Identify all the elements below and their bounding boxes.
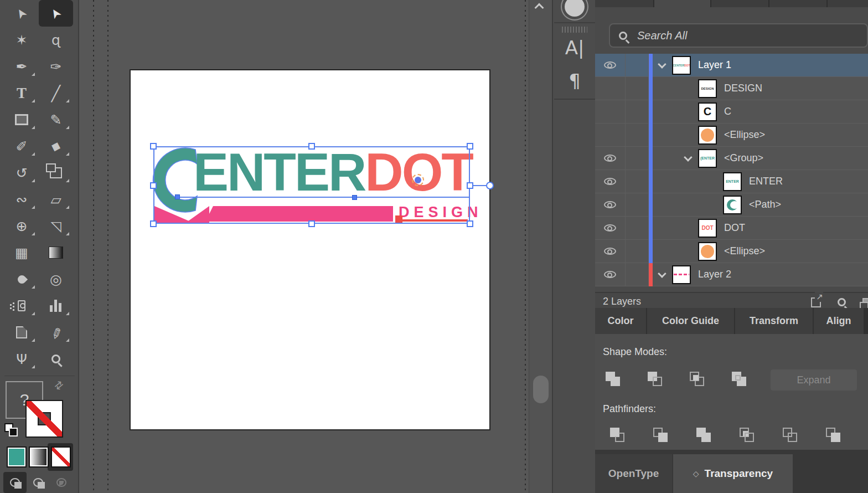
visibility-cell[interactable] <box>595 170 626 193</box>
curvature-tool[interactable]: ✑ <box>39 53 73 80</box>
collect-for-export-icon[interactable] <box>811 297 821 307</box>
apply-gradient-button[interactable] <box>29 446 49 468</box>
layer-thumbnail[interactable]: ENTER <box>723 172 742 191</box>
selection-handle[interactable] <box>467 182 473 189</box>
panel-tab-stub-0[interactable] <box>595 0 653 8</box>
canvas-area[interactable]: ENTERDOT DESIGN <box>79 0 529 493</box>
visibility-cell[interactable] <box>595 217 626 239</box>
panel-tab-stub-4[interactable] <box>828 0 868 8</box>
zoom-tool[interactable] <box>39 346 73 372</box>
layers-search-input[interactable]: Search All <box>609 23 868 48</box>
visibility-cell[interactable] <box>595 54 626 76</box>
character-panel-icon[interactable]: A| <box>553 37 596 59</box>
type-tool[interactable]: T <box>4 80 39 106</box>
visibility-cell[interactable] <box>595 100 626 123</box>
layer-thumbnail[interactable] <box>672 265 691 284</box>
layer-row[interactable]: ENTERENTER <box>595 170 868 193</box>
layer-thumbnail[interactable]: DESIGN <box>698 79 717 98</box>
path-anchor-point[interactable] <box>175 194 180 199</box>
layer-row[interactable]: Layer 2 <box>595 263 868 286</box>
lock-cell[interactable] <box>626 193 649 216</box>
line-segment-tool[interactable]: ╱ <box>39 80 73 106</box>
selection-handle[interactable] <box>150 220 157 227</box>
layer-row[interactable]: DESIGNDESIGN <box>595 77 868 100</box>
lock-cell[interactable] <box>626 263 649 286</box>
pathfinder-trim-button[interactable] <box>652 425 671 445</box>
path-anchor-point[interactable] <box>352 195 357 200</box>
eraser-tool[interactable]: ◆ <box>39 133 73 160</box>
magic-wand-tool[interactable]: ✶ <box>4 27 39 53</box>
locate-object-icon[interactable] <box>838 298 846 306</box>
selection-handle[interactable] <box>150 182 157 189</box>
selection-handle[interactable] <box>467 143 473 150</box>
layer-row[interactable]: <Path> <box>595 193 868 217</box>
lock-cell[interactable] <box>626 217 649 239</box>
default-fill-stroke-icon[interactable] <box>4 423 20 439</box>
draw-normal-button[interactable] <box>3 472 27 493</box>
layer-row[interactable]: CC <box>595 100 868 124</box>
layer-row[interactable]: <Ellipse> <box>595 124 868 147</box>
hand-tool[interactable]: Ψ <box>4 346 39 372</box>
visibility-cell[interactable] <box>595 147 626 170</box>
paintbrush-tool[interactable]: ✎ <box>39 106 73 133</box>
tab-color[interactable]: Color <box>595 308 646 334</box>
paragraph-panel-icon[interactable]: ¶ <box>553 70 596 92</box>
layer-row[interactable]: (ENTER<Group> <box>595 147 868 170</box>
selected-path-edge[interactable] <box>177 197 470 198</box>
shape-mode-unite-button[interactable] <box>604 369 624 389</box>
visibility-cell[interactable] <box>595 240 626 263</box>
rectangle-tool[interactable] <box>4 106 39 133</box>
shaper-tool[interactable]: ✐ <box>4 133 39 160</box>
width-tool[interactable]: ∾ <box>4 186 39 213</box>
eye-icon[interactable] <box>604 178 616 185</box>
shape-mode-exclude-button[interactable] <box>730 369 750 389</box>
eye-icon[interactable] <box>604 224 616 232</box>
free-transform-tool[interactable]: ▱ <box>39 186 73 213</box>
selection-handle[interactable] <box>467 220 473 227</box>
layer-thumbnail[interactable]: CENTERDOT <box>672 56 691 75</box>
scale-tool[interactable] <box>39 160 73 186</box>
dock-grip[interactable] <box>562 27 587 33</box>
visibility-cell[interactable] <box>595 193 626 216</box>
lock-cell[interactable] <box>626 147 649 170</box>
slice-tool[interactable]: ✐ <box>39 319 73 346</box>
shape-mode-minus-front-button[interactable] <box>646 369 666 389</box>
layer-thumbnail[interactable] <box>698 126 717 145</box>
artboard-tool[interactable] <box>4 319 39 346</box>
panel-tab-stub-2[interactable] <box>711 0 768 8</box>
layer-row[interactable]: <Ellipse> <box>595 240 868 263</box>
visibility-cell[interactable] <box>595 77 626 100</box>
tab-opentype[interactable]: OpenType <box>595 454 672 493</box>
selection-handle[interactable] <box>150 143 157 150</box>
eye-icon[interactable] <box>604 61 616 69</box>
apply-color-button[interactable] <box>7 446 27 468</box>
tab-transform[interactable]: Transform <box>735 308 813 334</box>
rotate-tool[interactable]: ↺ <box>4 160 39 186</box>
tab-align[interactable]: Align <box>814 308 864 334</box>
layer-thumbnail[interactable]: DOT <box>698 219 717 238</box>
symbol-sprayer-tool[interactable] <box>4 292 39 319</box>
lock-cell[interactable] <box>626 124 649 146</box>
panel-tab-stub-1[interactable] <box>654 0 710 8</box>
tab-color-guide[interactable]: Color Guide <box>647 308 734 334</box>
pathfinder-merge-button[interactable] <box>695 425 715 445</box>
artboard[interactable] <box>130 69 490 430</box>
layer-thumbnail[interactable] <box>723 196 742 214</box>
gradient-tool[interactable] <box>39 239 73 266</box>
scrollbar-thumb[interactable] <box>533 376 549 403</box>
shape-builder-tool[interactable]: ⊕ <box>4 213 39 239</box>
lasso-tool[interactable]: ɋ <box>39 27 73 53</box>
pathfinder-minus-back-button[interactable] <box>824 425 844 445</box>
stroke-color-indicator[interactable] <box>25 400 63 438</box>
swap-fill-stroke-icon[interactable]: ⇄ <box>51 377 66 392</box>
layer-row[interactable]: CENTERDOTLayer 1 <box>595 54 868 77</box>
new-layer-icon[interactable] <box>862 298 868 307</box>
eye-icon[interactable] <box>604 201 616 208</box>
layer-thumbnail[interactable]: (ENTER <box>698 149 717 168</box>
shape-mode-intersect-button[interactable] <box>688 369 708 389</box>
pathfinder-crop-button[interactable] <box>738 425 758 445</box>
lock-cell[interactable] <box>626 170 649 193</box>
pathfinder-divide-button[interactable] <box>608 425 628 445</box>
direct-selection-tool[interactable]: ➤ <box>39 0 73 27</box>
scroll-up-icon[interactable] <box>535 3 544 13</box>
